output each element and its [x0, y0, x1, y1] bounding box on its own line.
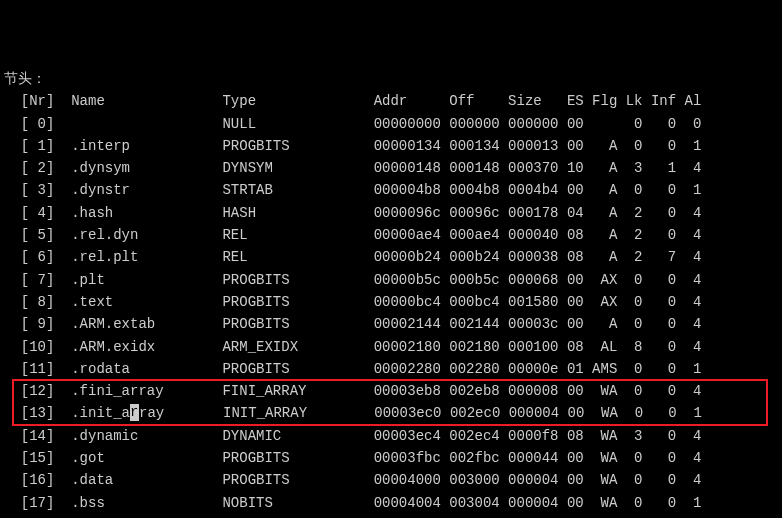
table-row: [15] .got PROGBITS 00003fbc 002fbc 00004…: [4, 447, 782, 469]
table-row: [12] .fini_array FINI_ARRAY 00003eb8 002…: [4, 380, 782, 402]
table-row: [11] .rodata PROGBITS 00002280 002280 00…: [4, 358, 782, 380]
table-row: [13] .init_array INIT_ARRAY 00003ec0 002…: [4, 402, 782, 424]
table-row: [ 3] .dynstr STRTAB 000004b8 0004b8 0004…: [4, 179, 782, 201]
readelf-section-headers: 节头： [Nr] Name Type Addr Off Size ES Flg …: [4, 68, 782, 518]
header-row: [Nr] Name Type Addr Off Size ES Flg Lk I…: [4, 90, 782, 112]
table-row: [ 4] .hash HASH 0000096c 00096c 000178 0…: [4, 202, 782, 224]
table-row: [ 0] NULL 00000000 000000 000000 00 0 0 …: [4, 113, 782, 135]
table-row: [ 9] .ARM.extab PROGBITS 00002144 002144…: [4, 313, 782, 335]
table-row: [ 6] .rel.plt REL 00000b24 000b24 000038…: [4, 246, 782, 268]
table-row: [ 2] .dynsym DYNSYM 00000148 000148 0003…: [4, 157, 782, 179]
text-cursor: r: [130, 404, 139, 421]
table-row: [18] .comment PROGBITS 00000000 003004 0…: [4, 514, 782, 518]
table-row: [10] .ARM.exidx ARM_EXIDX 00002180 00218…: [4, 336, 782, 358]
table-row: [ 7] .plt PROGBITS 00000b5c 000b5c 00006…: [4, 269, 782, 291]
table-row: [17] .bss NOBITS 00004004 003004 000004 …: [4, 492, 782, 514]
table-row: [ 8] .text PROGBITS 00000bc4 000bc4 0015…: [4, 291, 782, 313]
table-row: [16] .data PROGBITS 00004000 003000 0000…: [4, 469, 782, 491]
table-row: [ 5] .rel.dyn REL 00000ae4 000ae4 000040…: [4, 224, 782, 246]
title: 节头：: [4, 68, 782, 90]
table-row: [ 1] .interp PROGBITS 00000134 000134 00…: [4, 135, 782, 157]
table-row: [14] .dynamic DYNAMIC 00003ec4 002ec4 00…: [4, 425, 782, 447]
